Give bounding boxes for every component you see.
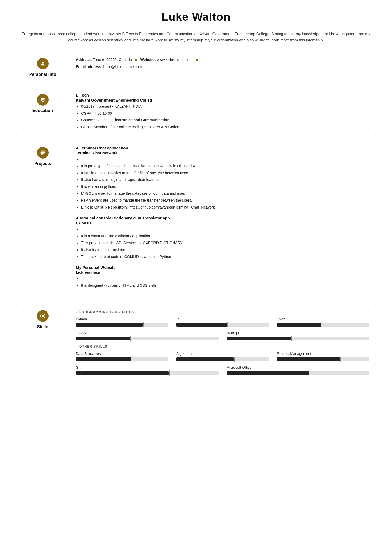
project-1-item-2: This project uses the API Services of OX… — [81, 240, 369, 246]
skill-python-marker — [143, 322, 144, 327]
skill-algorithms: Algorithms — [176, 352, 269, 361]
website-label: Website: — [140, 57, 156, 62]
svg-rect-2 — [40, 152, 45, 153]
project-block-2: My Personal Website kickresume.ml It is … — [76, 265, 369, 289]
skill-nodejs: Node.js — [227, 331, 369, 340]
personal-info-title: Personal info — [29, 72, 56, 77]
project-block-0: A Terminal Chat application Terminal Cha… — [76, 146, 369, 210]
personal-info-email-line: Email address: hello@kickresume.com — [76, 64, 369, 70]
other-skills-grid-2: Git Microsoft Office — [76, 365, 369, 375]
skill-ms-marker — [310, 370, 310, 376]
project-block-1: A terminal console Dictionary cum Transl… — [76, 216, 369, 260]
skill-nodejs-name: Node.js — [227, 331, 369, 335]
svg-point-5 — [42, 315, 44, 317]
projects-left: Projects — [16, 141, 69, 299]
edu-item-3: Clubs : Member of our college coding clu… — [81, 124, 369, 130]
edu-degree: B Tech — [76, 93, 369, 97]
email-label: Email address: — [76, 65, 102, 69]
skill-product-management: Product Management — [277, 352, 369, 361]
project-1-subtitle: COMLID — [76, 221, 369, 225]
svg-point-0 — [42, 62, 44, 64]
address-label: Address: — [76, 57, 92, 62]
skill-ms-bar — [227, 371, 369, 375]
edu-course-bold: Electronics and Communication — [112, 118, 169, 122]
project-0-github-label: Link to GitHub Repository — [81, 205, 127, 209]
skill-ds-bar — [76, 357, 168, 361]
skill-git-marker — [169, 370, 170, 376]
skill-r-bar — [176, 323, 269, 327]
projects-title: Projects — [34, 161, 51, 166]
education-icon — [37, 94, 49, 106]
project-1-item-0 — [81, 226, 369, 232]
skill-javascript-name: JavaScript — [76, 331, 219, 335]
projects-card: Projects A Terminal Chat application Ter… — [16, 141, 376, 299]
skill-git: Git — [76, 365, 219, 375]
other-skills-label: – OTHER SKILLS — [76, 345, 369, 348]
edu-course-prefix: Course : B Tech in — [81, 118, 112, 122]
skill-java-bar — [277, 323, 369, 327]
edu-item-2: Course : B Tech in Electronics and Commu… — [81, 117, 369, 123]
programming-skills-grid: Python R JAVA — [76, 317, 369, 327]
name-section: Luke Walton — [16, 11, 376, 23]
skill-java: JAVA — [277, 317, 369, 327]
project-1-list: It is a command line dictionary applicat… — [76, 226, 369, 260]
personal-info-icon — [37, 58, 49, 69]
project-0-item-0 — [81, 156, 369, 163]
skills-left: Skills — [16, 304, 69, 384]
skill-algo-marker — [234, 357, 235, 362]
personal-info-content: Address: Toronto 99999, Canada Website: … — [69, 52, 376, 83]
address-value-text: Toronto 99999, Canada — [93, 57, 132, 62]
skill-javascript-fill — [76, 337, 130, 340]
project-0-item-5: MySQL is used to manage the database of … — [81, 190, 369, 197]
website-value-text: www.kickresume.com — [157, 57, 193, 62]
education-left: Education — [16, 88, 69, 136]
project-2-list: It is designed with basic HTML and CSS s… — [76, 276, 369, 289]
svg-rect-1 — [40, 151, 45, 152]
edu-list: 08/2017 – present • KALYANI, INDIA CGPA … — [76, 103, 369, 130]
skill-nodejs-marker — [291, 336, 292, 341]
svg-rect-3 — [40, 153, 43, 155]
skill-python-fill — [76, 323, 143, 327]
skill-nodejs-bar — [227, 337, 369, 340]
personal-info-address-line: Address: Toronto 99999, Canada Website: … — [76, 57, 369, 63]
skill-python-bar — [76, 323, 168, 327]
full-name: Luke Walton — [16, 11, 376, 23]
skill-javascript-bar — [76, 337, 219, 340]
skill-ds-marker — [132, 357, 132, 362]
edu-item-0: 08/2017 – present • KALYANI, INDIA — [81, 103, 369, 110]
skill-algo-name: Algorithms — [176, 352, 269, 356]
project-0-list: It is prototype of console chat apps lik… — [76, 156, 369, 210]
skill-javascript: JavaScript — [76, 331, 219, 340]
skill-git-bar — [76, 371, 219, 375]
project-2-item-0 — [81, 276, 369, 282]
project-1-title: A terminal console Dictionary cum Transl… — [76, 216, 369, 220]
projects-content: A Terminal Chat application Terminal Cha… — [69, 141, 376, 299]
skills-title: Skills — [37, 324, 48, 329]
skill-git-name: Git — [76, 365, 219, 369]
dot-separator — [135, 59, 137, 61]
project-0-subtitle: Terminal Chat Network — [76, 151, 369, 155]
education-title: Education — [32, 108, 53, 113]
skill-r: R — [176, 317, 269, 327]
project-0-item-2: It has in-app capabilities to transfer f… — [81, 170, 369, 176]
skill-java-marker — [322, 322, 322, 327]
other-skills-grid: Data Structures Algorithms — [76, 352, 369, 361]
skill-pm-bar — [277, 357, 369, 361]
skills-content: – PROGRAMMING LANGUAGES Python R — [69, 304, 376, 384]
skill-nodejs-fill — [227, 337, 291, 340]
skill-r-fill — [176, 323, 227, 327]
skill-javascript-marker — [130, 336, 131, 341]
skill-java-fill — [277, 323, 321, 327]
project-1-item-3: It also features a translator. — [81, 247, 369, 253]
skill-ms-fill — [227, 371, 309, 375]
skill-data-structures: Data Structures — [76, 352, 168, 361]
project-0-item-1: It is prototype of console chat apps lik… — [81, 163, 369, 169]
project-0-item-3: It also has a user login and registratio… — [81, 177, 369, 183]
edu-item-1: CGPA : 7.56/10.00 — [81, 110, 369, 117]
other-skills-section: – OTHER SKILLS Data Structures Algorithm… — [76, 345, 369, 375]
skill-pm-fill — [277, 357, 340, 361]
programming-skills-grid-2: JavaScript Node.js — [76, 331, 369, 340]
education-card: Education B Tech Kalyani Government Engi… — [16, 88, 376, 136]
skill-pm-marker — [340, 357, 341, 362]
project-0-title: A Terminal Chat application — [76, 146, 369, 150]
